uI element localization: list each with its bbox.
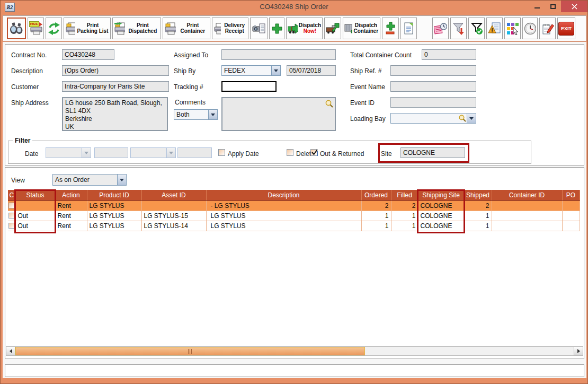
column-header-filled[interactable]: Filled (391, 190, 418, 200)
cell-product-id[interactable]: LG STYLUS (87, 200, 141, 211)
column-header-product-id[interactable]: Product ID (87, 190, 141, 200)
scroll-left-button[interactable] (6, 347, 15, 355)
cell-status[interactable] (15, 200, 55, 211)
cell-po[interactable] (562, 221, 580, 231)
row-select-cell[interactable] (8, 221, 15, 231)
row-checkbox[interactable] (8, 203, 14, 208)
close-button[interactable] (561, 1, 587, 12)
view-select[interactable]: As on Order (52, 174, 127, 186)
scrollbar-thumb[interactable] (15, 347, 365, 355)
cell-asset-id[interactable]: LG STYLUS-14 (141, 221, 206, 231)
cell-shipped[interactable]: 2 (464, 200, 492, 211)
table-row[interactable]: OutRentLG STYLUSLG STYLUS-14LG STYLUS11C… (8, 221, 580, 231)
column-header-container-id[interactable]: Container ID (492, 190, 562, 200)
filter-date-operator-dropdown-button[interactable] (82, 148, 91, 158)
cell-shipping-site[interactable]: COLOGNE (418, 200, 464, 211)
cell-action[interactable]: Rent (55, 211, 87, 221)
cell-shipped[interactable]: 1 (464, 221, 492, 231)
scroll-right-button[interactable] (574, 347, 583, 355)
alerts-button[interactable] (486, 18, 503, 39)
cell-filled[interactable]: 2 (391, 200, 418, 211)
ship-address-field[interactable]: LG house 250 Bath Road, Slough, SL1 4DX … (62, 97, 168, 131)
filter-date-operator-select[interactable] (46, 147, 91, 158)
deleted-checkbox[interactable] (287, 149, 293, 156)
filter-date-range-dropdown-button[interactable] (166, 148, 175, 158)
cell-ordered[interactable]: 1 (361, 221, 391, 231)
site-field[interactable]: COLOGNE (400, 147, 465, 158)
cell-shipping-site[interactable]: COLOGNE (418, 221, 464, 231)
cell-status[interactable]: Out (15, 211, 55, 221)
cell-container-id[interactable] (492, 221, 562, 231)
print-dispatched-button[interactable]: Print Dispatched (112, 18, 161, 39)
ship-date-field[interactable]: 05/07/2018 (287, 65, 336, 76)
print-packing-list-button[interactable]: Print Packing List (64, 18, 111, 39)
cell-filled[interactable]: 1 (391, 211, 418, 221)
cell-status[interactable]: Out (15, 221, 55, 231)
comments-field[interactable] (221, 97, 336, 131)
filter-apply-button[interactable] (468, 18, 485, 39)
schedule-notes-button[interactable] (432, 18, 449, 39)
column-header-asset-id[interactable]: Asset ID (141, 190, 206, 200)
cell-action[interactable]: Rent (55, 221, 87, 231)
column-header-action[interactable]: Action (55, 190, 87, 200)
column-header-po[interactable]: PO (562, 190, 580, 200)
comments-mode-dropdown-button[interactable] (208, 110, 217, 119)
truck-export-button[interactable] (324, 18, 341, 39)
total-container-count-field[interactable]: 0 (422, 49, 476, 60)
assigned-to-field[interactable] (221, 49, 336, 60)
column-header-description[interactable]: Description (206, 190, 361, 200)
maximize-button[interactable] (545, 1, 561, 12)
search-button[interactable] (7, 18, 26, 39)
dispatch-now-button[interactable]: DispatchNow! (286, 18, 323, 39)
comments-search-icon[interactable] (325, 99, 334, 108)
filter-date-from-input[interactable] (94, 147, 128, 158)
cell-product-id[interactable]: LG STYLUS (87, 211, 141, 221)
cell-container-id[interactable] (492, 211, 562, 221)
cell-ordered[interactable]: 1 (361, 211, 391, 221)
cell-asset-id[interactable]: LG STYLUS-15 (141, 211, 206, 221)
notes-edit-button[interactable] (539, 18, 556, 39)
cell-shipped[interactable]: 1 (464, 211, 492, 221)
cell-po[interactable] (562, 211, 580, 221)
cell-container-id[interactable] (492, 200, 562, 211)
filter-date-to-input[interactable] (177, 147, 212, 158)
ship-ref-field[interactable] (390, 65, 476, 76)
filter-clear-button[interactable] (450, 18, 467, 39)
camera-document-button[interactable] (250, 18, 268, 39)
ship-by-select[interactable]: FEDEX (221, 65, 281, 76)
cell-action[interactable]: Rent (55, 200, 87, 211)
horizontal-scrollbar[interactable] (6, 346, 583, 356)
print-pics-button[interactable]: PICS (28, 18, 44, 39)
filter-date-range-select[interactable] (130, 147, 176, 158)
column-header-shipping-site[interactable]: Shipping Site (418, 190, 464, 200)
description-field[interactable]: (Ops Order) (62, 65, 169, 76)
apply-date-checkbox[interactable] (218, 149, 225, 156)
column-header-c[interactable]: C (8, 190, 15, 200)
contract-no-field[interactable]: CO430248 (62, 49, 114, 60)
cell-asset-id[interactable] (141, 200, 206, 211)
cell-shipping-site[interactable]: COLOGNE (418, 211, 464, 221)
cell-ordered[interactable]: 2 (361, 200, 391, 211)
comments-mode-select[interactable]: Both (174, 109, 218, 120)
customer-field[interactable]: Intra-Company for Paris Site (62, 81, 169, 92)
dispatch-container-button[interactable]: Dispatch Container (343, 18, 380, 39)
time-button[interactable] (522, 18, 538, 39)
table-row[interactable]: OutRentLG STYLUSLG STYLUS-15LG STYLUS11C… (8, 211, 580, 221)
document-button[interactable] (400, 18, 417, 39)
cell-description[interactable]: LG STYLUS (206, 221, 361, 231)
minimize-button[interactable] (529, 1, 545, 12)
row-checkbox[interactable] (8, 213, 14, 219)
tracking-input[interactable] (221, 81, 277, 92)
print-container-button[interactable]: Print Container (163, 18, 210, 39)
event-id-field[interactable] (390, 97, 476, 108)
column-header-shipped[interactable]: Shipped (464, 190, 492, 200)
options-button[interactable] (504, 18, 521, 39)
cell-filled[interactable]: 1 (391, 221, 418, 231)
cell-po[interactable] (562, 200, 580, 211)
cell-description[interactable]: - LG STYLUS (206, 200, 361, 211)
row-select-cell[interactable] (8, 211, 15, 221)
event-name-field[interactable] (390, 81, 476, 92)
exit-button[interactable]: EXIT (557, 18, 575, 39)
loading-bay-select[interactable] (390, 113, 476, 124)
out-returned-checkbox[interactable] (310, 149, 317, 156)
